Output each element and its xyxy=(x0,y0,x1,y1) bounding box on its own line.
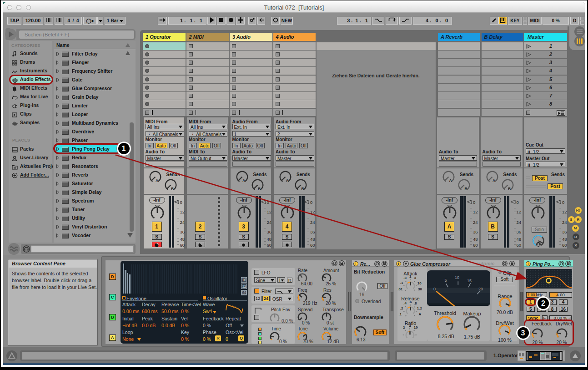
svg-text:20: 20 xyxy=(478,286,483,291)
svg-text:0: 0 xyxy=(433,287,436,291)
svg-text:15: 15 xyxy=(467,278,472,283)
svg-text:10: 10 xyxy=(455,275,459,279)
svg-text:5: 5 xyxy=(445,278,447,283)
